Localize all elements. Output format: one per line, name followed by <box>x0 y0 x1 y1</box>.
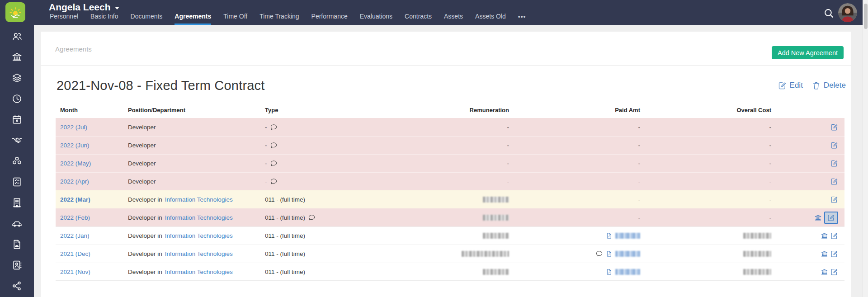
tabs-more-button[interactable]: ••• <box>518 13 526 25</box>
edit-row-icon[interactable] <box>830 268 838 276</box>
bank-row-icon[interactable] <box>821 268 828 276</box>
sidebar-item-contacts[interactable] <box>0 255 34 275</box>
remuneration-value: - <box>507 142 509 149</box>
contact-card-icon <box>11 259 23 271</box>
edit-row-icon[interactable] <box>830 178 838 185</box>
tab-time-tracking[interactable]: Time Tracking <box>259 13 299 25</box>
month-link[interactable]: 2022 (Feb) <box>60 214 90 221</box>
sidebar-item-people[interactable] <box>0 26 34 47</box>
sidebar-item-assets[interactable] <box>0 151 34 171</box>
tab-performance[interactable]: Performance <box>311 13 348 25</box>
chevron-down-icon <box>115 7 119 9</box>
edit-row-icon[interactable] <box>830 141 838 149</box>
sidebar-item-calendar[interactable] <box>0 109 34 130</box>
bank-row-icon[interactable] <box>814 214 822 222</box>
delete-agreement-button[interactable]: Delete <box>812 81 846 90</box>
tab-evaluations[interactable]: Evaluations <box>360 13 392 25</box>
column-header-paid-amt: Paid Amt <box>514 107 645 113</box>
edit-row-icon[interactable] <box>830 232 838 240</box>
remuneration-value: - <box>507 178 509 185</box>
sidebar-item-company[interactable] <box>0 47 34 67</box>
user-avatar[interactable] <box>838 3 857 22</box>
bank-row-icon[interactable] <box>821 250 828 258</box>
edit-row-icon <box>827 214 835 222</box>
tab-documents[interactable]: Documents <box>131 13 163 25</box>
month-link[interactable]: 2022 (Jan) <box>60 232 90 239</box>
bank-row-icon[interactable] <box>821 232 828 240</box>
building-icon <box>11 197 23 208</box>
table-row: 2022 (Feb) Developer inInformation Techn… <box>56 208 844 226</box>
employee-nav-tabs: Personnel Basic Info Documents Agreement… <box>50 13 526 25</box>
position-text: Developer in <box>128 214 162 221</box>
sidebar-item-vehicle[interactable] <box>0 213 34 234</box>
sidebar-item-share[interactable] <box>0 275 34 296</box>
month-link[interactable]: 2022 (Apr) <box>60 178 89 185</box>
scrollbar-thumb[interactable] <box>864 4 868 29</box>
overall-cost-value: - <box>769 178 772 185</box>
sidebar-item-checklist[interactable] <box>0 171 34 192</box>
redacted-paid-amt-link[interactable] <box>615 251 640 257</box>
sidebar-item-layers[interactable] <box>0 67 34 88</box>
app-logo[interactable] <box>5 2 25 22</box>
sidebar-item-time[interactable] <box>0 88 34 109</box>
tab-assets[interactable]: Assets <box>444 13 463 25</box>
handshake-icon <box>11 135 23 146</box>
table-row: 2022 (Apr) Developer - - - - <box>56 172 844 190</box>
edit-agreement-button[interactable]: Edit <box>778 81 803 90</box>
month-link[interactable]: 2022 (Mar) <box>60 196 90 203</box>
redacted-paid-amt-link[interactable] <box>615 269 640 275</box>
department-link[interactable]: Information Technologies <box>165 269 233 275</box>
people-icon <box>11 31 23 42</box>
type-text: - <box>265 160 267 167</box>
month-link[interactable]: 2022 (Jul) <box>60 124 87 131</box>
add-new-agreement-button[interactable]: Add New Agreement <box>772 46 844 59</box>
comment-bubble-icon[interactable] <box>270 160 278 167</box>
tab-time-off[interactable]: Time Off <box>223 13 247 25</box>
tab-basic-info[interactable]: Basic Info <box>90 13 118 25</box>
table-row: 2022 (Mar) Developer inInformation Techn… <box>56 190 844 208</box>
department-link[interactable]: Information Technologies <box>165 232 233 239</box>
sunrise-logo-icon <box>8 5 23 20</box>
department-link[interactable]: Information Technologies <box>165 250 233 257</box>
redacted-overall-cost <box>743 251 771 257</box>
sidebar-item-documents[interactable] <box>0 234 34 255</box>
edit-row-icon[interactable] <box>830 196 838 203</box>
overall-cost-value: - <box>769 160 772 167</box>
vertical-scrollbar[interactable] <box>863 0 868 297</box>
comment-bubble-icon[interactable] <box>270 178 278 185</box>
edit-row-button-selected[interactable] <box>824 212 838 224</box>
pdf-file-icon[interactable] <box>606 269 613 275</box>
pdf-file-icon[interactable] <box>606 250 613 257</box>
edit-row-icon[interactable] <box>830 160 838 167</box>
month-link[interactable]: 2022 (May) <box>60 160 91 167</box>
position-text: Developer <box>128 142 156 149</box>
position-text: Developer in <box>128 269 162 275</box>
column-header-remuneration: Remuneration <box>410 107 514 113</box>
redacted-overall-cost <box>743 269 771 275</box>
month-link[interactable]: 2021 (Nov) <box>60 269 90 275</box>
comment-bubble-icon[interactable] <box>270 123 278 131</box>
search-icon[interactable] <box>823 7 835 19</box>
edit-row-icon[interactable] <box>830 250 838 258</box>
edit-row-icon[interactable] <box>830 123 838 131</box>
sidebar-item-office[interactable] <box>0 192 34 213</box>
table-row: 2021 (Dec) Developer inInformation Techn… <box>56 245 844 263</box>
redacted-paid-amt-link[interactable] <box>615 233 640 239</box>
tab-agreements[interactable]: Agreements <box>175 13 211 25</box>
month-link[interactable]: 2022 (Jun) <box>60 142 90 149</box>
pdf-file-icon[interactable] <box>606 232 613 239</box>
department-link[interactable]: Information Technologies <box>165 196 233 203</box>
tab-personnel[interactable]: Personnel <box>50 13 78 25</box>
comment-bubble-icon[interactable] <box>270 141 278 149</box>
comment-bubble-icon[interactable] <box>595 250 603 258</box>
remuneration-value: - <box>507 124 509 131</box>
sidebar-item-agreements[interactable] <box>0 130 34 151</box>
tab-assets-old[interactable]: Assets Old <box>475 13 506 25</box>
overall-cost-value: - <box>769 214 772 221</box>
type-text: 011 - (full time) <box>265 214 305 221</box>
employee-name-dropdown[interactable]: Angela Leech <box>49 2 119 13</box>
month-link[interactable]: 2021 (Dec) <box>60 250 90 257</box>
comment-bubble-icon[interactable] <box>308 214 316 222</box>
tab-contracts[interactable]: Contracts <box>405 13 432 25</box>
department-link[interactable]: Information Technologies <box>165 214 233 221</box>
